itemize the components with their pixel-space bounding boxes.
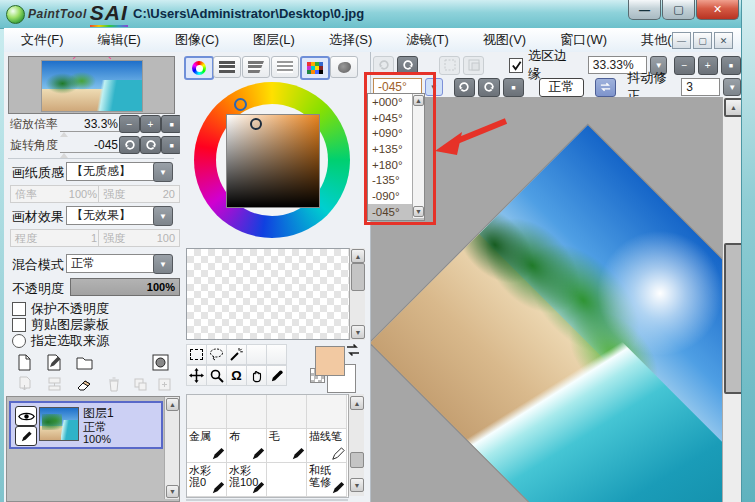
scroll-up-button[interactable]: ▲ <box>166 398 179 411</box>
rotate-value[interactable]: -045 <box>60 138 120 153</box>
zoom-in-button[interactable]: + <box>140 115 161 133</box>
brush-fur[interactable]: 毛 <box>267 429 307 463</box>
scroll-down-button[interactable]: ▼ <box>413 206 424 217</box>
scroll-down-button[interactable]: ▼ <box>351 325 365 339</box>
canvas-zoom-in-button[interactable]: + <box>698 56 718 75</box>
sv-selector[interactable] <box>250 118 262 130</box>
scroll-thumb[interactable] <box>724 243 741 394</box>
material-effect-select[interactable]: 【无效果】 <box>66 206 158 225</box>
layer-edit-indicator[interactable] <box>15 426 37 446</box>
flip-view-button[interactable] <box>595 78 617 97</box>
selection-source-option[interactable]: 指定选取来源 <box>12 332 109 350</box>
scroll-up-button[interactable]: ▲ <box>351 249 365 263</box>
canvas-viewport[interactable]: ▲ <box>371 97 741 502</box>
empty-tool-slot[interactable] <box>266 344 287 365</box>
normal-mode-button[interactable]: 正常 <box>539 78 584 97</box>
brush-metal[interactable]: 金属 <box>187 429 227 463</box>
canvas-rotate-reset-button[interactable]: ■ <box>503 78 525 97</box>
canvas-rotate-ccw-button[interactable] <box>454 78 476 97</box>
swatches-tab[interactable] <box>300 56 330 80</box>
window-maximize-button[interactable]: ▢ <box>662 0 695 20</box>
rgb-sliders-tab[interactable] <box>213 56 241 78</box>
empty-tool-slot[interactable] <box>246 344 267 365</box>
mdi-restore-button[interactable]: ▢ <box>693 32 712 49</box>
mdi-close-button[interactable]: ✕ <box>714 32 733 49</box>
layer-visibility-toggle[interactable] <box>15 406 37 426</box>
empty-swatch-area[interactable] <box>187 249 349 339</box>
rotate-reset-button[interactable]: ■ <box>161 136 182 154</box>
blend-mode-select[interactable]: 正常 <box>66 254 158 273</box>
menu-image[interactable]: 图像(C) <box>158 31 236 49</box>
scroll-down-button[interactable]: ▼ <box>350 478 364 492</box>
scroll-up-button[interactable]: ▲ <box>413 95 424 106</box>
layer-mask-button[interactable] <box>148 352 172 372</box>
lasso-tool[interactable] <box>206 344 227 365</box>
color-mixer-tab[interactable] <box>271 56 299 78</box>
rect-select-tool[interactable] <box>186 344 207 365</box>
stabilizer-dropdown-button[interactable]: ▼ <box>723 78 741 96</box>
new-folder-button[interactable] <box>72 352 96 372</box>
scroll-up-button[interactable]: ▲ <box>350 396 364 410</box>
swatch-panel[interactable] <box>186 248 350 340</box>
eyedropper-tool[interactable] <box>266 365 287 386</box>
zoom-out-button[interactable]: − <box>119 115 140 133</box>
window-minimize-button[interactable]: — <box>628 0 661 20</box>
canvas-zoom-reset-button[interactable]: ■ <box>721 56 741 75</box>
brush-watercolor-100[interactable]: 水彩混100 <box>227 463 267 497</box>
hue-selector[interactable] <box>234 98 247 111</box>
saturation-value-square[interactable] <box>226 114 320 208</box>
scroll-thumb[interactable] <box>351 263 365 291</box>
paper-texture-select[interactable]: 【无质感】 <box>66 162 158 181</box>
swatch-scrollbar[interactable]: ▲ ▼ <box>349 248 365 340</box>
redo-button[interactable] <box>397 56 418 75</box>
checkbox-icon[interactable] <box>12 318 26 332</box>
blend-mode-dropdown-button[interactable]: ▼ <box>153 254 173 274</box>
zoom-tool[interactable] <box>206 365 227 386</box>
scroll-up-button[interactable]: ▲ <box>724 98 741 117</box>
color-wheel[interactable] <box>180 78 370 248</box>
radio-icon[interactable] <box>12 334 26 348</box>
rotate-cw-button[interactable] <box>140 136 161 154</box>
paper-texture-dropdown-button[interactable]: ▼ <box>153 162 173 182</box>
canvas-rotate-cw-button[interactable] <box>478 78 500 97</box>
zoom-reset-button[interactable]: ■ <box>161 115 182 133</box>
rotate-view-tool[interactable]: Ω <box>226 365 247 386</box>
menu-file[interactable]: 文件(F) <box>4 31 81 49</box>
new-layer-button[interactable] <box>12 352 36 372</box>
selection-edge-checkbox[interactable] <box>509 58 523 73</box>
scroll-thumb[interactable] <box>350 452 364 468</box>
clear-layer-button[interactable] <box>72 374 96 394</box>
move-tool[interactable] <box>186 365 207 386</box>
brush-slot-empty[interactable] <box>187 395 227 429</box>
mdi-minimize-button[interactable]: — <box>672 32 691 49</box>
brush-washi-pen[interactable]: 和纸笔修 <box>307 463 347 497</box>
brush-cloth[interactable]: 布 <box>227 429 267 463</box>
layer-list-scrollbar[interactable]: ▲ ▼ <box>164 397 179 499</box>
checkbox-icon[interactable] <box>12 302 26 316</box>
brush-slot-empty[interactable] <box>227 395 267 429</box>
brush-watercolor-0[interactable]: 水彩混0 <box>187 463 227 497</box>
layer-row-selected[interactable]: 图层1 正常 100% <box>9 401 163 449</box>
material-effect-dropdown-button[interactable]: ▼ <box>153 206 173 226</box>
new-linework-layer-button[interactable] <box>42 352 66 372</box>
rotate-ccw-button[interactable] <box>119 136 140 154</box>
brush-panel-scrollbar[interactable]: ▲ ▼ <box>348 394 364 496</box>
brush-line-pen[interactable]: 描线笔 <box>307 429 347 463</box>
rotation-angle-dropdown-button[interactable]: ▼ <box>425 78 443 96</box>
brush-slot-empty[interactable] <box>267 463 307 497</box>
color-wheel-tab[interactable] <box>184 56 214 80</box>
scratchpad-tab[interactable] <box>330 56 358 78</box>
opacity-slider[interactable]: 100% <box>70 278 180 296</box>
dropdown-scrollbar[interactable]: ▲ ▼ <box>412 94 424 218</box>
hand-tool[interactable] <box>246 365 267 386</box>
zoom-value[interactable]: 33.3% <box>60 117 120 132</box>
menu-edit[interactable]: 编辑(E) <box>81 31 158 49</box>
foreground-color-swatch[interactable] <box>315 346 345 376</box>
swap-colors-icon[interactable] <box>344 342 362 358</box>
hsv-sliders-tab[interactable] <box>242 56 270 78</box>
canvas-vertical-scrollbar[interactable]: ▲ <box>722 97 741 502</box>
scroll-down-button[interactable]: ▼ <box>166 485 179 498</box>
brush-slot-empty[interactable] <box>267 395 307 429</box>
menu-select[interactable]: 选择(S) <box>312 31 389 49</box>
stabilizer-combo[interactable]: 3 <box>681 78 720 96</box>
